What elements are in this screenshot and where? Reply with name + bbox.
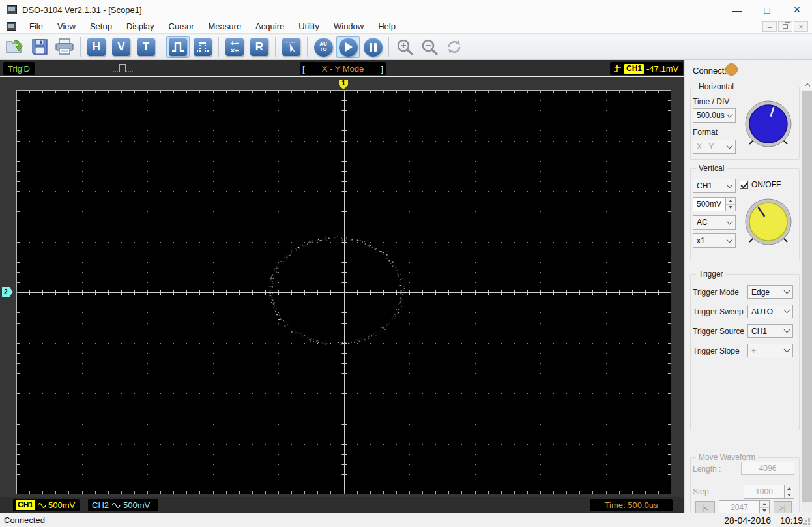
trigger-pulse-icon — [111, 61, 137, 76]
chevron-down-icon — [727, 111, 733, 117]
menu-item-view[interactable]: View — [50, 20, 83, 33]
trigger-settings-button[interactable]: T — [134, 36, 158, 58]
ch1-scale-value: 500mV — [48, 500, 75, 510]
trigger-group-title: Trigger — [696, 269, 726, 279]
r-icon: R — [250, 38, 268, 56]
ac-coupling-icon — [37, 502, 46, 509]
ch1-position-marker[interactable]: 1 — [339, 80, 348, 89]
child-close-button[interactable]: × — [794, 21, 808, 32]
title-bar: DSO-3104 Ver2.1.31 - [Scope1] — □ × — [0, 0, 812, 20]
step-label: Step — [693, 487, 709, 496]
cursor-button[interactable] — [280, 36, 303, 58]
status-date: 28-04-2016 — [724, 515, 771, 526]
status-time: 10:19 — [780, 515, 803, 526]
time-div-label: Time / DIV — [693, 97, 729, 106]
zoom-out-button[interactable] — [418, 36, 441, 58]
scope-display-area[interactable]: 1 2 — [0, 77, 684, 497]
pause-button[interactable] — [361, 36, 384, 58]
menu-item-file[interactable]: File — [22, 20, 50, 33]
coupling-select[interactable]: AC — [693, 215, 736, 230]
waveform-canvas[interactable] — [16, 90, 671, 494]
pulse-train-icon — [196, 40, 210, 53]
vertical-knob[interactable] — [744, 197, 793, 247]
chevron-down-icon — [784, 307, 790, 314]
horizontal-group-title: Horizontal — [696, 82, 736, 91]
scroll-up-arrow-icon[interactable] — [802, 80, 812, 90]
trigger-sweep-select[interactable]: AUTO — [747, 305, 793, 318]
trigger-slope-label: Trigger Slope — [693, 346, 740, 355]
child-minimize-button[interactable]: – — [762, 21, 777, 32]
stepper-arrows-icon[interactable] — [759, 501, 769, 514]
menu-item-measure[interactable]: Measure — [201, 20, 249, 33]
scrollbar-thumb[interactable] — [802, 91, 812, 502]
ch2-position-marker[interactable]: 2 — [2, 287, 13, 297]
scope-status-bar: Trig'D [ X - Y Mode ] CH1 -47.1mV — [0, 60, 684, 77]
refresh-button[interactable] — [442, 36, 466, 58]
channel-info-bar: CH1 500mV CH2 500mV Time: 500.0us — [0, 497, 684, 513]
probe-select[interactable]: x1 — [693, 233, 736, 248]
print-button[interactable] — [53, 36, 76, 58]
horizontal-knob[interactable] — [744, 99, 793, 149]
menu-item-setup[interactable]: Setup — [83, 20, 119, 33]
ac-coupling-icon — [111, 502, 121, 509]
save-button[interactable] — [28, 36, 51, 58]
display-mode-label: X - Y Mode — [322, 64, 364, 74]
dso-application-window: DSO-3104 Ver2.1.31 - [Scope1] — □ × File… — [0, 0, 812, 527]
panel-scrollbar[interactable] — [802, 80, 812, 512]
trigger-slope-select[interactable]: + — [747, 344, 793, 357]
ch2-scale-badge: CH2 500mV — [88, 499, 158, 511]
connect-status-led — [725, 63, 738, 76]
window-title: DSO-3104 Ver2.1.31 - [Scope1] — [22, 5, 142, 15]
restore-icon — [783, 24, 788, 29]
resize-grip[interactable] — [808, 518, 810, 520]
math-button[interactable]: +−×÷ — [223, 36, 246, 58]
ch2-scale-value: 500mV — [123, 500, 150, 510]
channel-onoff-checkbox[interactable]: ON/OFF — [740, 180, 781, 189]
timebase-badge: Time: 500.0us — [590, 499, 673, 511]
trigger-sweep-label: Trigger Sweep — [693, 307, 744, 316]
status-bar: Connected 28-04-2016 10:19 — [0, 513, 812, 527]
zoom-in-button[interactable] — [393, 36, 416, 58]
open-file-button[interactable] — [3, 36, 27, 58]
format-label: Format — [693, 128, 718, 137]
child-restore-button[interactable] — [778, 21, 792, 32]
menu-item-utility[interactable]: Utility — [291, 20, 326, 33]
refresh-icon — [445, 38, 463, 56]
app-icon — [7, 5, 17, 14]
trigger-mode-label: Trigger Mode — [693, 288, 739, 297]
zoom-in-icon — [396, 38, 414, 56]
time-div-select[interactable]: 500.0us — [693, 108, 736, 123]
reference-button[interactable]: R — [248, 36, 271, 58]
trigger-level-readout: CH1 -47.1mV — [610, 62, 683, 75]
run-button[interactable] — [336, 36, 360, 58]
trigger-source-select[interactable]: CH1 — [747, 324, 793, 338]
horizontal-settings-button[interactable]: H — [85, 36, 108, 58]
trigger-level-value: -47.1mV — [646, 64, 678, 74]
close-button[interactable]: × — [782, 0, 812, 20]
multi-waveform-button[interactable] — [191, 36, 214, 58]
stepper-arrows-icon[interactable] — [784, 485, 794, 498]
cursor-arrow-icon — [284, 40, 298, 53]
trigger-mode-select[interactable]: Edge — [747, 285, 793, 299]
step-stepper[interactable]: 1000 — [744, 485, 794, 499]
single-waveform-button[interactable] — [166, 36, 190, 58]
minimize-button[interactable]: — — [722, 0, 752, 20]
maximize-button[interactable]: □ — [752, 0, 782, 20]
stepper-arrows-icon[interactable] — [725, 198, 735, 211]
format-select[interactable]: X - Y — [693, 140, 736, 154]
chevron-down-icon — [727, 142, 733, 149]
menu-item-help[interactable]: Help — [371, 20, 403, 33]
menu-item-cursor[interactable]: Cursor — [162, 20, 201, 33]
channel-select[interactable]: CH1 — [693, 179, 736, 193]
vertical-settings-button[interactable]: V — [109, 36, 133, 58]
trigger-source-label: Trigger Source — [693, 327, 744, 336]
menu-item-window[interactable]: Window — [326, 20, 371, 33]
pause-icon — [364, 38, 383, 57]
auto-setup-button[interactable]: AU TO — [312, 36, 335, 58]
math-icon: +−×÷ — [225, 38, 244, 56]
volts-div-stepper[interactable]: 500mV — [693, 197, 736, 211]
display-mode-badge: [ X - Y Mode ] — [300, 62, 386, 75]
menu-item-display[interactable]: Display — [119, 20, 162, 33]
menu-item-acquire[interactable]: Acquire — [248, 20, 291, 33]
checked-checkbox-icon — [740, 181, 748, 189]
